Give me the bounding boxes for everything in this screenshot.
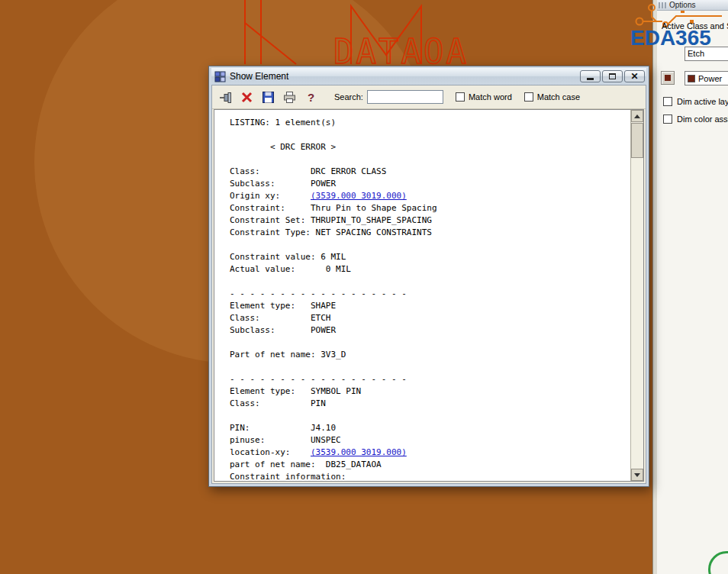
listing-line: [230, 410, 630, 422]
match-case-checkbox[interactable]: [524, 92, 533, 102]
listing-line: [230, 129, 630, 141]
options-panel-header[interactable]: Options: [657, 0, 728, 11]
subclass-dropdown-value: Power: [698, 73, 722, 85]
listing-line: part of net name: DB25_DATAOA: [230, 459, 630, 471]
caption-buttons: ✕: [578, 70, 645, 82]
listing-line: [230, 337, 630, 349]
listing-line: - - - - - - - - - - - - - - - - - -: [230, 288, 630, 300]
search-input[interactable]: [367, 90, 443, 104]
listing-line: Actual value: 0 MIL: [230, 263, 630, 276]
options-panel-title: Options: [669, 1, 695, 9]
minimize-icon: [587, 78, 594, 80]
maximize-button[interactable]: [602, 70, 623, 82]
scroll-up-button[interactable]: [631, 110, 643, 122]
match-word-checkbox[interactable]: [456, 92, 465, 102]
dim-color-checkbox-row[interactable]: Dim color assi: [663, 114, 728, 124]
listing-line: pinuse: UNSPEC: [230, 434, 630, 447]
listing-line: LISTING: 1 element(s): [230, 117, 630, 129]
listing-line: Constraint information:: [230, 471, 630, 481]
svg-text:?: ?: [308, 91, 314, 104]
dim-active-checkbox[interactable]: [663, 97, 672, 106]
listing-line: [230, 239, 630, 251]
class-dropdown[interactable]: Etch: [685, 47, 728, 61]
dialog-body: ? Search: Match word Match case LISTING:…: [211, 85, 646, 484]
listing-line: Class: DRC ERROR CLASS: [230, 166, 630, 178]
listing-line: location-xy: (3539.000 3019.000): [230, 447, 630, 459]
listing-panel: LISTING: 1 element(s) < DRC ERROR >Class…: [214, 109, 644, 482]
active-class-label: Active Class and S: [662, 21, 728, 31]
dim-color-label: Dim color assi: [677, 114, 728, 124]
print-icon[interactable]: [279, 88, 299, 106]
scrollbar-thumb[interactable]: [631, 123, 643, 158]
listing-line: PIN: J4.10: [230, 422, 630, 434]
show-element-dialog: Show Element ✕: [208, 66, 649, 487]
dim-color-checkbox[interactable]: [663, 114, 672, 124]
listing-line: Constraint Type: NET SPACING CONSTRAINTS: [230, 227, 630, 239]
listing-line: Subclass: POWER: [230, 324, 630, 337]
coordinate-link[interactable]: (3539.000 3019.000): [311, 447, 407, 457]
match-case-row[interactable]: Match case: [524, 92, 580, 102]
listing-line: Part of net name: 3V3_D: [230, 349, 630, 361]
delete-icon[interactable]: [237, 88, 256, 106]
listing-line: Class: PIN: [230, 398, 630, 410]
coordinate-link[interactable]: (3539.000 3019.000): [311, 191, 407, 201]
listing-line: Class: ETCH: [230, 312, 630, 324]
save-icon[interactable]: [258, 88, 278, 106]
match-word-row[interactable]: Match word: [456, 92, 512, 102]
minimize-button[interactable]: [580, 70, 601, 82]
dialog-titlebar[interactable]: Show Element ✕: [211, 68, 646, 85]
listing-line: Element type: SHAPE: [230, 300, 630, 312]
scroll-up-icon: [634, 114, 640, 118]
match-case-label: Match case: [537, 92, 580, 102]
listing-line: Constraint Set: THRUPIN_TO_SHAPE_SPACING: [230, 214, 630, 227]
listing-line: Element type: SYMBOL PIN: [230, 385, 630, 398]
dialog-title: Show Element: [230, 71, 578, 82]
listing-content: LISTING: 1 element(s) < DRC ERROR >Class…: [214, 110, 630, 481]
vertical-scrollbar[interactable]: [630, 110, 643, 481]
panel-grip-icon: [659, 2, 667, 8]
options-panel: Options Active Class and S Etch Power Di…: [657, 0, 728, 574]
dialog-window-icon: [214, 71, 226, 82]
pin-icon[interactable]: [215, 88, 235, 106]
listing-line: [230, 276, 630, 288]
search-label: Search:: [334, 92, 363, 102]
listing-line: < DRC ERROR >: [230, 141, 630, 153]
close-icon: ✕: [630, 72, 638, 81]
dim-active-checkbox-row[interactable]: Dim active lay: [663, 97, 728, 106]
dim-active-label: Dim active lay: [677, 97, 728, 106]
listing-line: [230, 153, 630, 166]
listing-line: - - - - - - - - - - - - - - - - - -: [230, 373, 630, 385]
scroll-down-icon: [634, 473, 640, 477]
subclass-color-button[interactable]: [661, 71, 675, 85]
subclass-color-swatch: [688, 75, 695, 82]
subclass-color-chip: [665, 75, 671, 81]
listing-line: [230, 361, 630, 373]
listing-line: Subclass: POWER: [230, 178, 630, 190]
dialog-toolbar: ? Search: Match word Match case: [212, 85, 646, 109]
close-button[interactable]: ✕: [624, 70, 645, 82]
class-dropdown-value: Etch: [688, 49, 704, 58]
subclass-dropdown[interactable]: Power: [685, 71, 728, 85]
maximize-icon: [609, 73, 616, 79]
scroll-down-button[interactable]: [631, 469, 643, 481]
listing-line: Origin xy: (3539.000 3019.000): [230, 190, 630, 202]
listing-line: Constraint: Thru Pin to Shape Spacing: [230, 202, 630, 214]
help-icon[interactable]: ?: [301, 88, 321, 106]
match-word-label: Match word: [469, 92, 512, 102]
listing-line: Constraint value: 6 MIL: [230, 251, 630, 263]
